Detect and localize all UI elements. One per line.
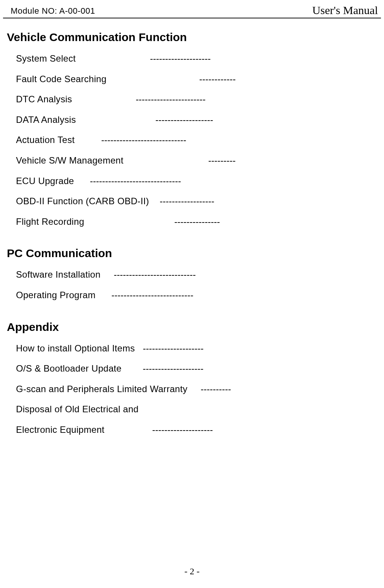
- toc-label: How to install Optional Items: [16, 343, 135, 353]
- toc-spacer: [74, 176, 90, 186]
- section-heading-appendix: Appendix: [7, 321, 384, 334]
- page-header: Module NO: A-00-001 User's Manual: [3, 0, 381, 19]
- toc-dashes: -------------------: [156, 114, 213, 125]
- toc-dashes: ---------------------------: [111, 290, 194, 300]
- toc-label: DATA Analysis: [16, 114, 76, 125]
- toc-label: Flight Recording: [16, 216, 84, 227]
- toc-spacer: [100, 269, 114, 280]
- toc-item: DATA Analysis -------------------: [7, 113, 384, 126]
- toc-label: ECU Upgrade: [16, 176, 74, 186]
- toc-dashes: --------------------: [143, 343, 204, 353]
- toc-label: O/S & Bootloader Update: [16, 363, 122, 373]
- toc-item: Vehicle S/W Management ---------: [7, 154, 384, 167]
- toc-spacer: [75, 135, 102, 145]
- toc-spacer: [149, 196, 160, 206]
- toc-item: Disposal of Old Electrical and: [7, 403, 384, 416]
- toc-dashes: ---------------: [174, 216, 220, 227]
- toc-item: O/S & Bootloader Update ----------------…: [7, 362, 384, 375]
- toc-item: Operating Program ----------------------…: [7, 289, 384, 302]
- toc-item: System Select --------------------: [7, 52, 384, 65]
- toc-label: G-scan and Peripherals Limited Warranty: [16, 384, 187, 394]
- page-number: - 2 -: [0, 566, 384, 577]
- toc-label: Vehicle S/W Management: [16, 155, 124, 165]
- toc-dashes: ----------: [201, 384, 231, 394]
- toc-dashes: --------------------: [143, 363, 203, 373]
- toc-dashes: ------------------------------: [90, 176, 181, 186]
- section-heading-vehicle: Vehicle Communication Function: [7, 31, 384, 44]
- toc-spacer: [122, 363, 143, 373]
- section-heading-pc: PC Communication: [7, 247, 384, 260]
- toc-item: How to install Optional Items ----------…: [7, 342, 384, 355]
- toc-spacer: [124, 155, 208, 165]
- toc-label: Actuation Test: [16, 135, 75, 145]
- toc-item: OBD-II Function (CARB OBD-II) ----------…: [7, 195, 384, 208]
- toc-item: Software Installation ------------------…: [7, 268, 384, 281]
- toc-item: G-scan and Peripherals Limited Warranty …: [7, 383, 384, 396]
- toc-label: Electronic Equipment: [16, 424, 105, 435]
- toc-item: Electronic Equipment -------------------…: [7, 423, 384, 436]
- toc-item: Actuation Test -------------------------…: [7, 133, 384, 146]
- toc-dashes: --------------------: [150, 53, 211, 64]
- toc-label: Operating Program: [16, 290, 95, 300]
- toc-dashes: --------------------: [152, 424, 213, 435]
- toc-spacer: [84, 216, 175, 227]
- toc-item: Fault Code Searching ------------: [7, 73, 384, 86]
- toc-dashes: ------------------: [160, 196, 214, 206]
- toc-spacer: [105, 424, 152, 435]
- toc-label: Disposal of Old Electrical and: [16, 404, 138, 414]
- toc-spacer: [76, 114, 156, 125]
- manual-title: User's Manual: [312, 4, 378, 17]
- toc-spacer: [76, 53, 150, 64]
- toc-dashes: -----------------------: [136, 94, 206, 104]
- toc-spacer: [72, 94, 136, 104]
- toc-dashes: ---------------------------: [114, 269, 196, 280]
- toc-spacer: [135, 343, 143, 353]
- module-number: Module NO: A-00-001: [11, 6, 95, 17]
- toc-label: Software Installation: [16, 269, 100, 280]
- toc-spacer: [95, 290, 111, 300]
- toc-label: System Select: [16, 53, 76, 64]
- toc-item: DTC Analysis -----------------------: [7, 93, 384, 106]
- table-of-contents: Vehicle Communication Function System Se…: [0, 19, 384, 436]
- toc-dashes: ------------: [199, 74, 236, 84]
- toc-item: Flight Recording ---------------: [7, 215, 384, 228]
- toc-label: OBD-II Function (CARB OBD-II): [16, 196, 149, 206]
- toc-dashes: ---------: [208, 155, 236, 165]
- toc-spacer: [187, 384, 201, 394]
- toc-label: DTC Analysis: [16, 94, 72, 104]
- toc-item: ECU Upgrade ----------------------------…: [7, 175, 384, 188]
- toc-label: Fault Code Searching: [16, 74, 106, 84]
- toc-dashes: ----------------------------: [101, 135, 186, 145]
- toc-spacer: [106, 74, 199, 84]
